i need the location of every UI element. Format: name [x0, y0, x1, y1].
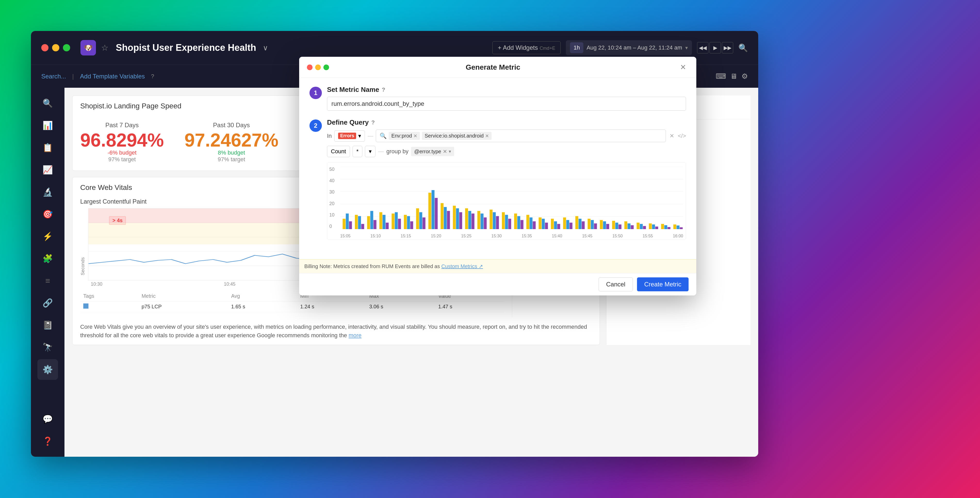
svg-rect-69	[582, 221, 585, 229]
date-range-label: Aug 22, 10:24 am – Aug 22, 11:24 am	[587, 45, 682, 51]
nav-forward-button[interactable]: ▶▶	[722, 42, 733, 53]
step1-row: 1 Set Metric Name ?	[309, 86, 686, 111]
sidebar-item-integrations[interactable]: 🧩	[37, 248, 58, 269]
sidebar-item-logs[interactable]: 📋	[37, 137, 58, 158]
svg-rect-17	[370, 211, 373, 229]
svg-rect-90	[667, 227, 670, 229]
custom-metrics-link[interactable]: Custom Metrics ↗	[441, 263, 483, 269]
svg-rect-51	[508, 219, 511, 229]
groupby-chevron-icon[interactable]: ▾	[449, 148, 451, 154]
svg-rect-38	[456, 208, 459, 229]
svg-rect-74	[603, 221, 606, 229]
metric-name-input[interactable]	[327, 97, 686, 111]
svg-rect-41	[468, 211, 471, 229]
groupby-remove[interactable]: ✕	[443, 148, 447, 155]
sidebar-item-help[interactable]: ❓	[37, 431, 58, 452]
y-label-0: 0	[329, 224, 334, 229]
code-toggle-button[interactable]: </>	[678, 132, 686, 139]
groupby-tag-text: @error.type	[414, 148, 441, 155]
dashboard-title: Shopist User Experience Health	[116, 42, 256, 53]
svg-rect-20	[382, 215, 385, 229]
count-button[interactable]: Count	[327, 146, 350, 157]
sidebar-item-filters[interactable]: ≡	[37, 270, 58, 291]
svg-rect-11	[346, 214, 349, 229]
minimize-button[interactable]	[52, 44, 59, 51]
sidebar-item-infrastructure[interactable]: 📊	[37, 115, 58, 136]
maximize-button[interactable]	[63, 44, 70, 51]
svg-rect-19	[379, 212, 382, 229]
svg-rect-77	[615, 223, 618, 229]
svg-rect-88	[661, 224, 664, 229]
nav-back-button[interactable]: ◀◀	[697, 42, 708, 53]
date-range-dropdown-icon[interactable]: ▾	[685, 45, 688, 51]
svg-rect-18	[374, 220, 376, 229]
svg-rect-29	[419, 212, 422, 229]
help-icon[interactable]: ?	[151, 73, 154, 80]
sidebar-item-settings[interactable]: ⚙️	[37, 359, 58, 380]
search-button[interactable]: Search...	[41, 73, 66, 80]
svg-rect-12	[349, 221, 352, 229]
col-tags: Tags	[80, 291, 138, 302]
x-time-2: 15:10	[370, 234, 381, 238]
keyboard-icon-button[interactable]: ⌨	[716, 72, 726, 80]
global-search-button[interactable]: 🔍	[738, 43, 748, 53]
window-controls	[41, 44, 70, 51]
modal-titlebar: Generate Metric ✕	[299, 57, 696, 78]
time-range-section: 1h Aug 22, 10:24 am – Aug 22, 11:24 am ▾	[566, 40, 692, 55]
x-time-6: 15:30	[491, 234, 502, 238]
cancel-button[interactable]: Cancel	[598, 278, 633, 291]
svg-rect-86	[652, 225, 655, 229]
filter-service-remove[interactable]: ✕	[485, 133, 489, 139]
sidebar-item-search[interactable]: 🔍	[37, 93, 58, 113]
sidebar-item-apm[interactable]: 🔬	[37, 182, 58, 202]
svg-rect-23	[395, 212, 398, 229]
col-metric: Metric	[138, 291, 228, 302]
x-time-7: 15:35	[522, 234, 532, 238]
source-dropdown-button[interactable]: Errors ▾	[334, 130, 365, 142]
slo-30day-label: Past 30 Days	[185, 121, 278, 129]
template-variables-button[interactable]: Add Template Variables	[80, 73, 145, 80]
sidebar-item-ci[interactable]: ⚡	[37, 226, 58, 247]
modal-title: Generate Metric	[309, 63, 678, 72]
monitor-icon-button[interactable]: 🖥	[730, 72, 737, 80]
close-button[interactable]	[41, 44, 48, 51]
filter-env-remove[interactable]: ✕	[414, 133, 417, 139]
query-clear-button[interactable]: ✕	[668, 132, 675, 140]
step2-help-icon[interactable]: ?	[371, 119, 375, 126]
modal-close-button[interactable]: ✕	[678, 62, 689, 72]
sidebar-item-target[interactable]: 🎯	[37, 204, 58, 225]
svg-rect-70	[588, 219, 590, 229]
sidebar-item-links[interactable]: 🔗	[37, 293, 58, 313]
svg-rect-22	[392, 214, 395, 229]
x-time-9: 15:45	[582, 234, 592, 238]
create-metric-button[interactable]: Create Metric	[637, 278, 689, 291]
query-search-area[interactable]: 🔍 Env:prod ✕ Service:io.shopist.android …	[376, 129, 666, 142]
svg-rect-40	[465, 208, 468, 229]
svg-rect-80	[627, 223, 630, 229]
slo-30day-target: 97% target	[185, 156, 278, 163]
svg-rect-75	[606, 224, 609, 229]
sidebar-item-monitors[interactable]: 🔭	[37, 337, 58, 358]
sidebar-item-notebooks[interactable]: 📓	[37, 315, 58, 335]
svg-rect-53	[517, 216, 520, 229]
sidebar-item-chat[interactable]: 💬	[37, 409, 58, 429]
nav-play-button[interactable]: ▶	[710, 42, 721, 53]
sidebar-item-charts[interactable]: 📈	[37, 160, 58, 180]
svg-rect-89	[664, 225, 667, 229]
agg-op-dropdown[interactable]: ▾	[365, 146, 375, 157]
svg-rect-93	[680, 227, 682, 229]
toolbar-right: ⌨ 🖥 ⚙	[716, 72, 748, 80]
title-dropdown-icon[interactable]: ∨	[263, 44, 268, 52]
step1-badge: 1	[309, 87, 322, 99]
more-link[interactable]: more	[349, 332, 361, 338]
svg-rect-61	[551, 219, 554, 229]
add-widgets-button[interactable]: + Add Widgets Cmd+E	[492, 41, 561, 54]
cell-value: 1.47 s	[435, 302, 504, 312]
step1-help-icon[interactable]: ?	[382, 86, 385, 93]
agg-op-button[interactable]: *	[353, 146, 363, 157]
favorite-star-icon[interactable]: ☆	[101, 43, 108, 53]
app-icon: 🐶	[81, 40, 96, 56]
settings-icon-button[interactable]: ⚙	[741, 72, 748, 80]
svg-rect-10	[343, 219, 345, 229]
time-range-preset-button[interactable]: 1h	[570, 42, 583, 53]
